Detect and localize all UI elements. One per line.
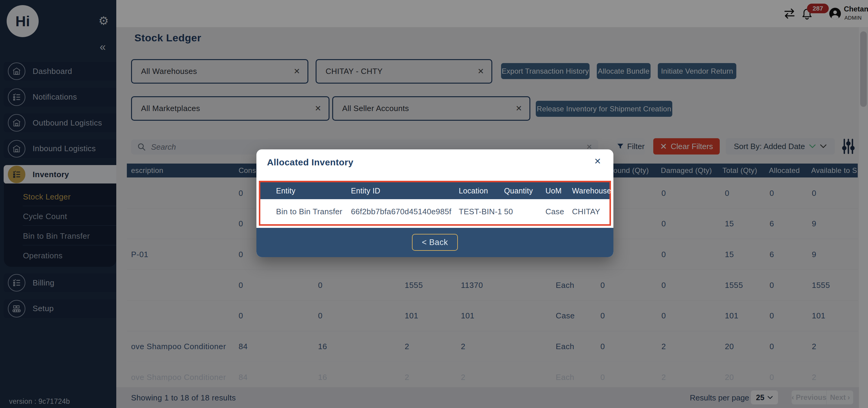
modal-column-header: UoM (546, 182, 562, 199)
modal-column-header: Quantity (504, 182, 533, 199)
modal-column-header: Warehouse (572, 182, 611, 199)
modal-column-header: Entity (276, 182, 296, 199)
app-screen: Hi ⚙ « DashboardNotificationsOutbound Lo… (0, 0, 868, 408)
modal-column-header: Entity ID (351, 182, 380, 199)
modal-footer: < Back (256, 228, 613, 257)
modal-table-header-row: EntityEntity IDLocationQuantityUoMWareho… (260, 182, 610, 199)
modal-cell: 50 (504, 199, 513, 224)
modal-table-row: Bin to Bin Transfer66f2bb7bfa670d45140e9… (260, 199, 610, 224)
modal-cell: TEST-BIN-1 (459, 199, 502, 224)
modal-title: Allocated Inventory (267, 157, 353, 168)
back-button[interactable]: < Back (412, 234, 458, 251)
modal-cell: CHITAY (572, 199, 600, 224)
modal-column-header: Location (459, 182, 488, 199)
modal-cell: 66f2bb7bfa670d45140e985f (351, 199, 452, 224)
allocated-inventory-modal: Allocated Inventory ✕ EntityEntity IDLoc… (256, 149, 613, 257)
modal-close-icon[interactable]: ✕ (594, 157, 601, 166)
highlight-annotation-box: EntityEntity IDLocationQuantityUoMWareho… (259, 181, 611, 226)
modal-cell: Case (546, 199, 564, 224)
modal-cell: Bin to Bin Transfer (276, 199, 342, 224)
